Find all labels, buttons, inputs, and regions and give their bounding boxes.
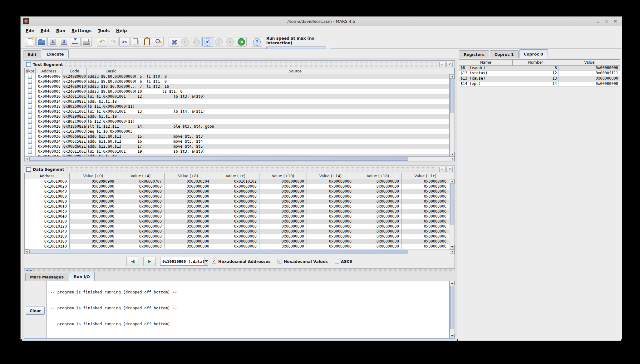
value-cell: 0x00000000 (259, 244, 307, 249)
scroll-thumb[interactable] (450, 79, 454, 113)
help-button[interactable]: ? (252, 37, 262, 47)
tab-run-i-o[interactable]: Run I/O (69, 272, 95, 281)
undo-button[interactable]: ↶ (97, 37, 107, 47)
minimize-window-icon[interactable]: ⌄ (595, 18, 601, 24)
checkbox-ascii[interactable]: ASCII (335, 259, 352, 264)
breakpoint-checkbox[interactable] (28, 145, 32, 149)
value-cell: 0x00000000 (70, 194, 117, 199)
tab-coproc-1[interactable]: Coproc 1 (490, 50, 519, 58)
column-header: Value (+10) (259, 173, 307, 179)
checkbox-icon[interactable] (212, 259, 216, 263)
copy-button[interactable] (130, 37, 141, 47)
tab-mars-messages[interactable]: Mars Messages (25, 273, 68, 281)
save-as-button[interactable]: ⇓ (59, 37, 69, 47)
maximize-frame-icon[interactable]: ↗ (446, 167, 453, 172)
tab-edit[interactable]: Edit (23, 50, 41, 58)
scroll-thumb[interactable] (29, 250, 408, 253)
chevron-down-icon[interactable] (204, 257, 208, 265)
stop-icon: ■ (226, 38, 234, 46)
breakpoint-checkbox[interactable] (28, 130, 32, 134)
value-cell: 0x00000000 (259, 234, 307, 239)
restore-frame-icon[interactable]: ↙ (439, 62, 446, 67)
scroll-down-icon[interactable] (450, 152, 455, 156)
scroll-down-icon[interactable] (450, 334, 455, 338)
value-cell: 0x00000000 (117, 219, 165, 224)
menu-tools[interactable]: Tools (95, 27, 113, 34)
breakpoint-checkbox[interactable] (28, 115, 32, 119)
data-segment-hscrollbar[interactable] (24, 249, 455, 254)
tab-coproc-0[interactable]: Coproc 0 (519, 49, 548, 58)
breakpoint-checkbox[interactable] (28, 100, 32, 104)
text-segment-hscrollbar[interactable] (24, 156, 455, 161)
next-address-button[interactable]: ▶ (143, 257, 156, 266)
cut-button[interactable]: ✂ (119, 37, 130, 47)
reset-button[interactable]: ◀ (236, 37, 247, 47)
find-replace-button[interactable] (153, 37, 164, 47)
scroll-thumb[interactable] (450, 286, 454, 329)
value-cell: 0x00000000 (402, 179, 449, 184)
close-window-icon[interactable]: ✕ (613, 18, 618, 24)
breakpoint-checkbox[interactable] (28, 120, 32, 124)
breakpoint-checkbox[interactable] (28, 150, 32, 154)
breakpoint-checkbox[interactable] (28, 80, 32, 84)
scroll-down-icon[interactable] (450, 245, 455, 249)
clear-button[interactable]: Clear (26, 307, 45, 315)
checkbox-icon[interactable] (335, 259, 339, 263)
value-cell: 0x00000000 (70, 244, 117, 249)
breakpoint-checkbox[interactable] (28, 75, 32, 79)
console-vscrollbar[interactable] (450, 281, 455, 338)
scroll-up-icon[interactable] (450, 74, 455, 79)
breakpoint-checkbox[interactable] (28, 110, 32, 114)
address-cell: 0x00400008 (36, 84, 62, 89)
breakpoint-checkbox[interactable] (28, 135, 32, 139)
new-file-button[interactable] (25, 37, 36, 47)
splitter-up-icon[interactable] (26, 268, 28, 271)
scroll-right-icon[interactable] (450, 249, 455, 254)
scroll-up-icon[interactable] (450, 179, 455, 184)
code-cell: 0x240a0010 (62, 84, 87, 89)
breakpoint-checkbox[interactable] (28, 125, 32, 129)
text-segment-vscrollbar[interactable] (450, 74, 455, 156)
scroll-left-icon[interactable] (24, 249, 29, 254)
checkbox-hexadecimal-addresses[interactable]: Hexadecimal Addresses (212, 259, 271, 264)
prev-address-button[interactable]: ◀ (126, 257, 139, 266)
data-segment-vscrollbar[interactable] (450, 179, 455, 249)
split-pane-divider[interactable] (24, 269, 455, 272)
scroll-right-icon[interactable] (450, 157, 455, 161)
breakpoint-checkbox[interactable] (28, 95, 32, 99)
maximize-window-icon[interactable]: ◇ (604, 18, 609, 24)
value-cell: 0x00000000 (354, 179, 402, 184)
data-segment-titlebar: Data Segment ↙↗ (24, 165, 455, 173)
dump-memory-button[interactable]: 0101 (70, 37, 81, 47)
menu-run[interactable]: Run (53, 27, 69, 34)
value-cell: 0x00000000 (117, 214, 165, 219)
tab-registers[interactable]: Registers (459, 50, 489, 58)
pause-button: ‖ (214, 37, 224, 47)
tab-execute[interactable]: Execute (42, 49, 69, 58)
breakpoint-checkbox[interactable] (28, 105, 32, 109)
restore-frame-icon[interactable]: ↙ (439, 167, 446, 172)
breakpoint-checkbox[interactable] (28, 85, 32, 89)
scroll-up-icon[interactable] (450, 281, 455, 285)
checkbox-icon[interactable] (278, 259, 282, 263)
breakpoint-checkbox[interactable] (28, 90, 32, 94)
save-button[interactable]: ⇓ (47, 37, 58, 47)
breakpoint-checkbox[interactable] (28, 140, 32, 144)
scroll-left-icon[interactable] (24, 157, 29, 161)
open-folder-button[interactable] (36, 37, 47, 47)
scroll-thumb[interactable] (450, 184, 454, 224)
menu-help[interactable]: Help (113, 27, 130, 34)
assemble-button[interactable] (169, 37, 179, 47)
source-cell (136, 99, 450, 104)
menu-settings[interactable]: Settings (68, 27, 95, 34)
scroll-thumb[interactable] (29, 157, 408, 161)
paste-button[interactable] (142, 37, 152, 47)
step-back-button[interactable]: ◀1 (202, 37, 213, 47)
menu-edit[interactable]: Edit (37, 27, 53, 34)
menu-file[interactable]: File (22, 27, 37, 34)
run-io-output[interactable]: -- program is finished running (dropped … (46, 281, 450, 338)
print-button[interactable] (81, 37, 92, 47)
maximize-frame-icon[interactable]: ↗ (446, 62, 453, 67)
base-address-select[interactable]: 0x10010000 (.data) (160, 257, 208, 266)
checkbox-hexadecimal-values[interactable]: Hexadecimal Values (278, 259, 328, 264)
